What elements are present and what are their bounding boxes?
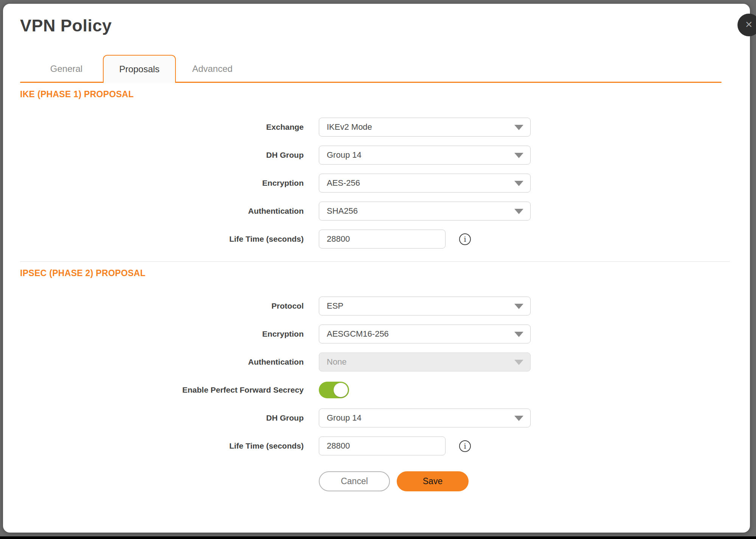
- authentication-dropdown[interactable]: SHA256: [319, 202, 531, 221]
- info-icon[interactable]: i: [459, 440, 471, 452]
- ipsec-encryption-label: Encryption: [20, 329, 304, 339]
- cancel-button[interactable]: Cancel: [319, 471, 390, 491]
- ipsec-phase2-form: Protocol ESP Encryption AESGCM16-256 Aut…: [20, 297, 733, 455]
- toggle-knob: [334, 383, 348, 397]
- encryption-label: Encryption: [20, 179, 304, 188]
- chevron-down-icon: [514, 416, 523, 421]
- form-row-ipsec-authentication: Authentication None: [20, 353, 733, 371]
- life-time-label: Life Time (seconds): [20, 235, 304, 244]
- dh-group-dropdown[interactable]: Group 14: [319, 146, 531, 165]
- life-time-input[interactable]: [319, 230, 446, 249]
- chevron-down-icon: [514, 181, 523, 186]
- chevron-down-icon: [514, 360, 523, 365]
- dialog-actions: Cancel Save: [319, 471, 733, 491]
- exchange-label: Exchange: [20, 123, 304, 132]
- tab-bar: General Proposals Advanced: [20, 55, 733, 83]
- authentication-value: SHA256: [327, 206, 358, 216]
- close-icon: ×: [745, 18, 753, 30]
- form-row-dh-group: DH Group Group 14: [20, 146, 733, 165]
- ipsec-dh-group-value: Group 14: [327, 413, 362, 423]
- form-row-life-time: Life Time (seconds) i: [20, 230, 733, 249]
- ipsec-encryption-value: AESGCM16-256: [327, 329, 389, 339]
- form-row-ipsec-dh-group: DH Group Group 14: [20, 409, 733, 427]
- dialog-title: VPN Policy: [20, 14, 733, 37]
- section-divider: [20, 261, 730, 262]
- chevron-down-icon: [514, 125, 523, 130]
- tab-general[interactable]: General: [30, 55, 103, 83]
- pfs-toggle[interactable]: [319, 382, 349, 398]
- dh-group-label: DH Group: [20, 151, 304, 160]
- section-heading-ike-phase1: IKE (PHASE 1) PROPOSAL: [20, 89, 733, 99]
- ipsec-authentication-dropdown: None: [319, 353, 531, 371]
- protocol-label: Protocol: [20, 301, 304, 311]
- chevron-down-icon: [514, 304, 523, 309]
- form-row-pfs: Enable Perfect Forward Secrecy: [20, 381, 733, 399]
- chevron-down-icon: [514, 332, 523, 337]
- save-button[interactable]: Save: [397, 471, 469, 491]
- authentication-label: Authentication: [20, 207, 304, 216]
- form-row-protocol: Protocol ESP: [20, 297, 733, 315]
- encryption-value: AES-256: [327, 178, 360, 188]
- encryption-dropdown[interactable]: AES-256: [319, 174, 531, 193]
- chevron-down-icon: [514, 209, 523, 214]
- form-row-exchange: Exchange IKEv2 Mode: [20, 118, 733, 137]
- section-heading-ipsec-phase2: IPSEC (PHASE 2) PROPOSAL: [20, 268, 733, 278]
- exchange-value: IKEv2 Mode: [327, 122, 372, 132]
- tab-advanced[interactable]: Advanced: [176, 55, 249, 83]
- ipsec-dh-group-label: DH Group: [20, 413, 304, 423]
- ipsec-life-time-input[interactable]: [319, 436, 446, 455]
- form-row-ipsec-encryption: Encryption AESGCM16-256: [20, 325, 733, 343]
- ipsec-authentication-value: None: [327, 357, 347, 367]
- form-row-authentication: Authentication SHA256: [20, 202, 733, 221]
- ipsec-authentication-label: Authentication: [20, 357, 304, 367]
- pfs-label: Enable Perfect Forward Secrecy: [20, 385, 304, 395]
- vpn-policy-dialog: VPN Policy General Proposals Advanced IK…: [3, 4, 750, 533]
- backdrop-bottom-edge: [0, 536, 756, 539]
- form-row-encryption: Encryption AES-256: [20, 174, 733, 193]
- ipsec-life-time-label: Life Time (seconds): [20, 441, 304, 450]
- ike-phase1-form: Exchange IKEv2 Mode DH Group Group 14 En…: [20, 118, 733, 249]
- protocol-dropdown[interactable]: ESP: [319, 297, 531, 315]
- exchange-dropdown[interactable]: IKEv2 Mode: [319, 118, 531, 137]
- form-row-ipsec-life-time: Life Time (seconds) i: [20, 436, 733, 455]
- info-icon[interactable]: i: [459, 233, 471, 245]
- protocol-value: ESP: [327, 301, 343, 311]
- ipsec-dh-group-dropdown[interactable]: Group 14: [319, 409, 531, 427]
- chevron-down-icon: [514, 153, 523, 158]
- ipsec-encryption-dropdown[interactable]: AESGCM16-256: [319, 325, 531, 343]
- dh-group-value: Group 14: [327, 150, 362, 160]
- tab-proposals[interactable]: Proposals: [103, 55, 176, 83]
